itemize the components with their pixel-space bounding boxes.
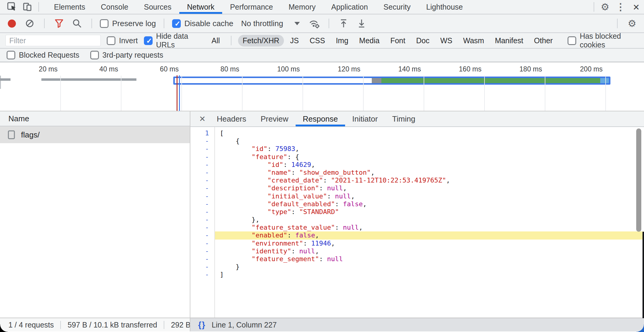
checkbox-unchecked[interactable] <box>568 36 576 45</box>
divider <box>231 36 231 45</box>
filter-funnel-icon[interactable] <box>52 17 66 30</box>
import-har-icon[interactable] <box>337 17 350 30</box>
tab-sources[interactable]: Sources <box>136 0 179 14</box>
filter-type-img[interactable]: Img <box>331 35 353 47</box>
search-icon[interactable] <box>70 17 84 30</box>
filter-type-ws[interactable]: WS <box>436 35 457 47</box>
throttling-select[interactable]: No throttling <box>241 19 300 28</box>
close-devtools-icon[interactable] <box>628 0 644 14</box>
tab-lighthouse[interactable]: Lighthouse <box>418 0 470 14</box>
fold-marker[interactable]: - <box>190 137 214 145</box>
waterfall-bar-early <box>0 78 10 81</box>
tab-security[interactable]: Security <box>376 0 418 14</box>
fold-marker[interactable]: - <box>190 161 214 169</box>
tab-network[interactable]: Network <box>179 0 222 14</box>
disable-cache-checkbox[interactable]: Disable cache <box>172 19 233 28</box>
tab-console[interactable]: Console <box>93 0 136 14</box>
name-column-header[interactable]: Name <box>0 111 190 126</box>
clear-network-log-icon[interactable] <box>23 17 36 30</box>
more-options-icon[interactable] <box>613 0 628 14</box>
filter-type-js[interactable]: JS <box>286 35 303 47</box>
hide-data-urls-checkbox[interactable]: Hide data URLs <box>144 32 201 49</box>
main-tabs: ElementsConsoleSourcesNetworkPerformance… <box>46 0 471 14</box>
token-p: : <box>335 200 343 208</box>
detail-tab-headers[interactable]: Headers <box>210 111 253 126</box>
fold-marker[interactable]: - <box>190 184 214 192</box>
line-content: } <box>214 263 644 271</box>
inspect-element-icon[interactable] <box>4 0 20 14</box>
request-row-flags[interactable]: flags/ <box>0 126 190 143</box>
filter-type-fetch-xhr[interactable]: Fetch/XHR <box>238 35 284 47</box>
fold-marker[interactable]: - <box>190 153 214 161</box>
fold-marker[interactable]: - <box>190 247 214 255</box>
fold-marker[interactable]: - <box>190 145 214 153</box>
invert-checkbox[interactable]: Invert <box>107 36 138 45</box>
timeline-tick-label: 40 ms <box>99 65 118 73</box>
preserve-log-checkbox[interactable]: Preserve log <box>100 19 156 28</box>
export-har-icon[interactable] <box>355 17 368 30</box>
checkbox-checked[interactable] <box>144 36 153 45</box>
token-k: "feature" <box>252 153 287 161</box>
tab-memory[interactable]: Memory <box>281 0 323 14</box>
detail-tab-response[interactable]: Response <box>296 111 345 126</box>
record-network-log-button[interactable] <box>8 20 16 28</box>
network-conditions-icon[interactable] <box>308 17 321 30</box>
token-p: : { <box>287 153 299 161</box>
tab-performance[interactable]: Performance <box>222 0 281 14</box>
fold-marker[interactable]: - <box>190 240 214 247</box>
fold-marker[interactable]: - <box>190 177 214 184</box>
fold-marker[interactable]: - <box>190 208 214 216</box>
checkbox-unchecked[interactable] <box>7 51 15 59</box>
fold-marker[interactable]: - <box>190 255 214 263</box>
fold-marker[interactable]: - <box>190 169 214 177</box>
close-detail-icon[interactable] <box>195 111 210 126</box>
network-overview-timeline[interactable]: 20 ms40 ms60 ms80 ms100 ms120 ms140 ms16… <box>0 62 644 111</box>
fold-marker[interactable]: - <box>190 192 214 200</box>
tab-elements[interactable]: Elements <box>46 0 93 14</box>
has-blocked-cookies-checkbox[interactable]: Has blocked cookies <box>568 32 639 49</box>
third-party-requests-checkbox[interactable]: 3rd-party requests <box>90 51 163 59</box>
network-settings-gear-icon[interactable] <box>625 17 639 30</box>
filter-type-other[interactable]: Other <box>529 35 557 47</box>
detail-tab-preview[interactable]: Preview <box>253 111 295 126</box>
response-line: -] <box>190 271 644 279</box>
divider <box>594 2 594 12</box>
blocked-requests-checkbox[interactable]: Blocked Requests <box>7 51 79 59</box>
settings-gear-icon[interactable] <box>597 0 613 14</box>
filter-type-all[interactable]: All <box>207 35 225 47</box>
checkbox-unchecked[interactable] <box>107 36 115 45</box>
filter-type-font[interactable]: Font <box>386 35 410 47</box>
disable-cache-label: Disable cache <box>184 19 233 28</box>
filter-type-css[interactable]: CSS <box>305 35 329 47</box>
fold-marker[interactable]: - <box>190 231 214 239</box>
fold-marker[interactable]: - <box>190 224 214 231</box>
pretty-print-braces-icon[interactable]: {} <box>198 320 206 330</box>
device-toolbar-icon[interactable] <box>20 0 35 14</box>
vertical-scrollbar[interactable] <box>636 128 641 232</box>
window-right-edge <box>643 232 644 318</box>
token-p: : <box>283 161 291 168</box>
tab-application[interactable]: Application <box>323 0 376 14</box>
detail-tabs: HeadersPreviewResponseInitiatorTiming <box>210 111 422 126</box>
checkbox-unchecked[interactable] <box>100 19 109 28</box>
token-p: , <box>315 231 319 239</box>
detail-tab-initiator[interactable]: Initiator <box>345 111 385 126</box>
line-number[interactable]: 1 <box>190 129 214 137</box>
fold-marker[interactable]: - <box>190 216 214 224</box>
detail-tab-timing[interactable]: Timing <box>385 111 422 126</box>
response-line: -} <box>190 263 644 271</box>
fold-marker[interactable]: - <box>190 200 214 208</box>
filter-type-doc[interactable]: Doc <box>412 35 434 47</box>
response-line: -"description": null, <box>190 184 644 192</box>
filter-type-manifest[interactable]: Manifest <box>490 35 528 47</box>
fold-marker[interactable]: - <box>190 263 214 271</box>
filter-type-media[interactable]: Media <box>355 35 384 47</box>
filter-input[interactable] <box>5 35 101 46</box>
filter-type-wasm[interactable]: Wasm <box>459 35 489 47</box>
checkbox-checked[interactable] <box>172 19 181 28</box>
divider <box>38 2 39 12</box>
fold-marker[interactable]: - <box>190 271 214 279</box>
response-code-viewer[interactable]: 1[-{-"id": 75983,-"feature": {-"id": 146… <box>190 127 644 318</box>
checkbox-unchecked[interactable] <box>90 51 99 59</box>
response-line: -"feature_segment": null <box>190 255 644 263</box>
